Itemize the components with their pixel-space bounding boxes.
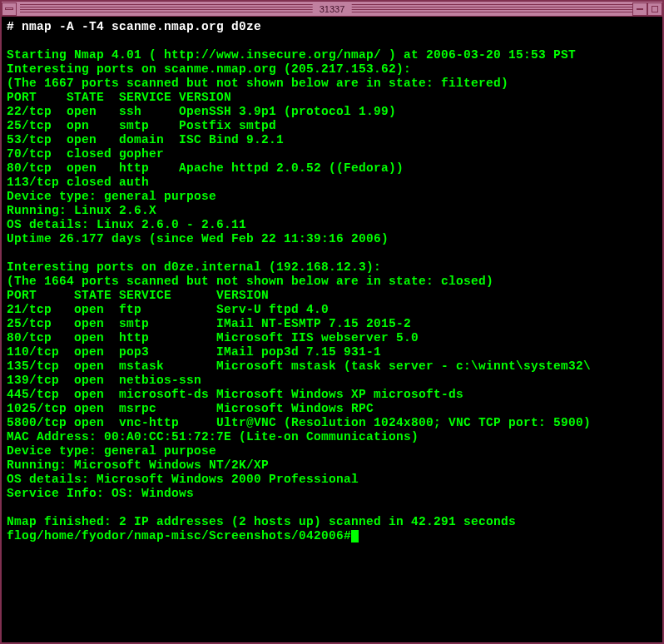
host2-port-5800: 5800/tcp open vnc-http Ultr@VNC (Resolut… — [7, 416, 591, 429]
nmap-start-line: Starting Nmap 4.01 ( http://www.insecure… — [7, 48, 576, 62]
host1-port-80: 80/tcp open http Apache httpd 2.0.52 ((F… — [7, 161, 404, 175]
host2-columns: PORT STATE SERVICE VERSION — [7, 289, 269, 302]
system-menu-button[interactable] — [2, 2, 17, 16]
host1-device-type: Device type: general purpose — [7, 190, 216, 203]
shell-prompt: flog/home/fyodor/nmap-misc/Screenshots/0… — [7, 529, 351, 542]
host1-port-22: 22/tcp open ssh OpenSSH 3.9p1 (protocol … — [7, 105, 396, 118]
host2-port-135: 135/tcp open mstask Microsoft mstask (ta… — [7, 359, 591, 373]
prompt: # — [7, 20, 22, 33]
host2-port-25: 25/tcp open smtp IMail NT-ESMTP 7.15 201… — [7, 317, 411, 330]
host2-port-21: 21/tcp open ftp Serv-U ftpd 4.0 — [7, 303, 329, 316]
cursor — [351, 530, 359, 542]
titlebar[interactable]: 31337 — [2, 2, 662, 17]
host1-header: Interesting ports on scanme.nmap.org (20… — [7, 62, 411, 76]
host1-columns: PORT STATE SERVICE VERSION — [7, 91, 231, 104]
window-title: 31337 — [313, 4, 352, 14]
host2-service-info: Service Info: OS: Windows — [7, 487, 194, 500]
host1-port-113: 113/tcp closed auth — [7, 176, 149, 189]
host2-port-110: 110/tcp open pop3 IMail pop3d 7.15 931-1 — [7, 345, 381, 359]
minimize-button[interactable] — [632, 2, 647, 16]
host1-port-25: 25/tcp opn smtp Postfix smtpd — [7, 119, 276, 132]
host1-filtered: (The 1667 ports scanned but not shown be… — [7, 77, 508, 90]
minimize-icon — [637, 8, 643, 10]
host2-header: Interesting ports on d0ze.internal (192.… — [7, 260, 381, 274]
host2-port-80: 80/tcp open http Microsoft IIS webserver… — [7, 331, 419, 344]
terminal-window: 31337 # nmap -A -T4 scanme.nmap.org d0ze… — [0, 0, 664, 644]
host1-running: Running: Linux 2.6.X — [7, 204, 156, 217]
window-buttons — [632, 2, 662, 16]
host2-os-details: OS details: Microsoft Windows 2000 Profe… — [7, 473, 359, 486]
host2-port-445: 445/tcp open microsoft-ds Microsoft Wind… — [7, 388, 463, 401]
host1-port-70: 70/tcp closed gopher — [7, 147, 164, 161]
host2-port-1025: 1025/tcp open msrpc Microsoft Windows RP… — [7, 402, 374, 415]
host1-port-53: 53/tcp open domain ISC Bind 9.2.1 — [7, 133, 284, 146]
terminal-output[interactable]: # nmap -A -T4 scanme.nmap.org d0ze Start… — [2, 17, 662, 642]
host2-running: Running: Microsoft Windows NT/2K/XP — [7, 458, 269, 472]
host2-port-139: 139/tcp open netbios-ssn — [7, 374, 201, 387]
host1-os-details: OS details: Linux 2.6.0 - 2.6.11 — [7, 218, 246, 231]
system-menu-icon — [5, 7, 13, 10]
host2-filtered: (The 1664 ports scanned but not shown be… — [7, 275, 493, 288]
host2-device-type: Device type: general purpose — [7, 444, 216, 458]
nmap-finish-line: Nmap finished: 2 IP addresses (2 hosts u… — [7, 515, 516, 528]
host2-mac: MAC Address: 00:A0:CC:51:72:7E (Lite-on … — [7, 430, 419, 443]
maximize-icon — [652, 6, 658, 12]
host1-uptime: Uptime 26.177 days (since Wed Feb 22 11:… — [7, 232, 389, 245]
command-line: nmap -A -T4 scanme.nmap.org d0ze — [22, 20, 261, 33]
maximize-button[interactable] — [647, 2, 662, 16]
